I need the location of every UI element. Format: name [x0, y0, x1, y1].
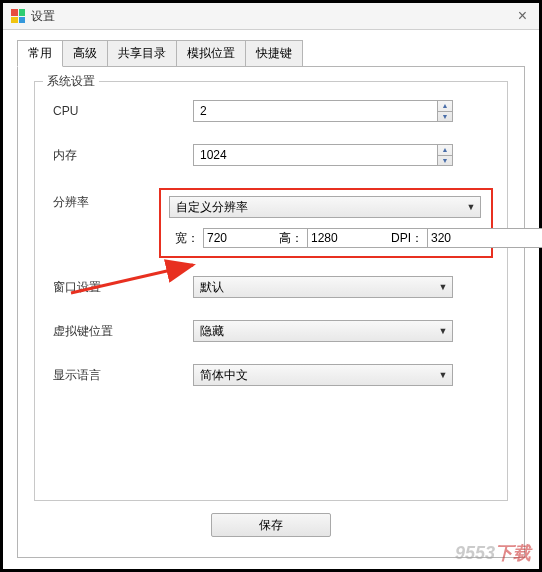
spinner-buttons[interactable]: ▲▼ — [437, 144, 453, 166]
titlebar: 设置 × — [3, 3, 539, 30]
resolution-highlight: 自定义分辨率 ▼ 宽： ▲▼ 高： — [159, 188, 493, 258]
save-button[interactable]: 保存 — [211, 513, 331, 537]
chevron-up-icon[interactable]: ▲ — [438, 101, 452, 112]
tab-panel: 系统设置 CPU ▲▼ 内存 ▲▼ — [17, 66, 525, 558]
chevron-down-icon: ▼ — [462, 202, 480, 212]
memory-spinner[interactable]: ▲▼ — [193, 144, 453, 166]
cpu-input[interactable] — [193, 100, 437, 122]
label-window-setting: 窗口设置 — [53, 279, 193, 296]
custom-resolution-row: 宽： ▲▼ 高： ▲▼ DPI： — [169, 228, 483, 248]
app-icon — [11, 9, 25, 23]
tab-bar: 常用 高级 共享目录 模拟位置 快捷键 — [17, 40, 539, 67]
cpu-spinner[interactable]: ▲▼ — [193, 100, 453, 122]
tab-hotkeys[interactable]: 快捷键 — [245, 40, 303, 67]
height-spinner[interactable]: ▲▼ — [307, 228, 371, 248]
chevron-down-icon: ▼ — [434, 326, 452, 336]
window-setting-value: 默认 — [194, 279, 434, 296]
display-language-select[interactable]: 简体中文 ▼ — [193, 364, 453, 386]
label-dpi: DPI： — [391, 230, 423, 247]
label-height: 高： — [279, 230, 303, 247]
row-cpu: CPU ▲▼ — [49, 100, 493, 122]
tab-common[interactable]: 常用 — [17, 40, 63, 67]
dpi-spinner[interactable]: ▲▼ — [427, 228, 483, 248]
virtual-key-value: 隐藏 — [194, 323, 434, 340]
memory-input[interactable] — [193, 144, 437, 166]
row-display-language: 显示语言 简体中文 ▼ — [49, 364, 493, 386]
virtual-key-select[interactable]: 隐藏 ▼ — [193, 320, 453, 342]
row-resolution: 分辨率 自定义分辨率 ▼ 宽： ▲▼ — [49, 188, 493, 258]
tab-sim-location[interactable]: 模拟位置 — [176, 40, 246, 67]
display-language-value: 简体中文 — [194, 367, 434, 384]
width-spinner[interactable]: ▲▼ — [203, 228, 259, 248]
chevron-down-icon[interactable]: ▼ — [438, 112, 452, 122]
chevron-down-icon[interactable]: ▼ — [438, 156, 452, 166]
resolution-mode-select[interactable]: 自定义分辨率 ▼ — [169, 196, 481, 218]
tab-share-dir[interactable]: 共享目录 — [107, 40, 177, 67]
window-title: 设置 — [31, 8, 55, 25]
chevron-up-icon[interactable]: ▲ — [438, 145, 452, 156]
watermark: 9553下载 — [455, 541, 531, 565]
row-memory: 内存 ▲▼ — [49, 144, 493, 166]
label-cpu: CPU — [53, 104, 193, 118]
label-virtual-key: 虚拟键位置 — [53, 323, 193, 340]
chevron-down-icon: ▼ — [434, 370, 452, 380]
chevron-down-icon: ▼ — [434, 282, 452, 292]
dpi-input[interactable] — [427, 228, 542, 248]
label-width: 宽： — [175, 230, 199, 247]
label-resolution: 分辨率 — [53, 188, 159, 211]
close-icon[interactable]: × — [514, 7, 531, 25]
label-display-language: 显示语言 — [53, 367, 193, 384]
spinner-buttons[interactable]: ▲▼ — [437, 100, 453, 122]
system-settings-group: 系统设置 CPU ▲▼ 内存 ▲▼ — [34, 81, 508, 501]
group-label: 系统设置 — [43, 73, 99, 90]
label-memory: 内存 — [53, 147, 193, 164]
tab-advanced[interactable]: 高级 — [62, 40, 108, 67]
row-virtual-key: 虚拟键位置 隐藏 ▼ — [49, 320, 493, 342]
resolution-mode-value: 自定义分辨率 — [170, 199, 462, 216]
row-window-setting: 窗口设置 默认 ▼ — [49, 276, 493, 298]
window-setting-select[interactable]: 默认 ▼ — [193, 276, 453, 298]
